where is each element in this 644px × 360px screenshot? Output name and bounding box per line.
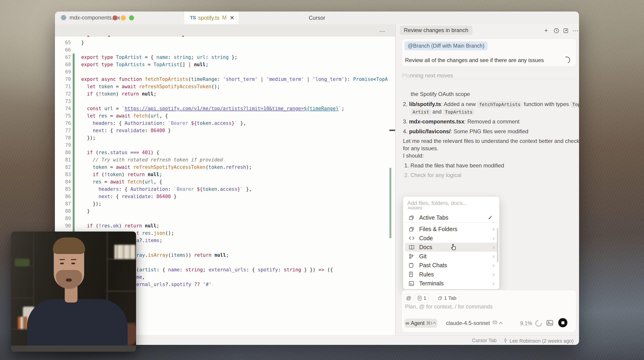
file-context-chip[interactable]: 1 [415,294,429,302]
line-number: 71 [55,83,71,90]
agent-mode-selector[interactable]: ∞ Agent ⌘I [404,318,437,328]
rules-icon [409,272,414,277]
line-number: 67 [55,54,71,61]
editor-more-actions-icon[interactable]: ⋯ [379,28,386,35]
line-number: 90 [55,222,71,230]
line-number: 78 [55,134,71,141]
model-selector[interactable]: claude-4.5-sonnet [446,318,502,328]
stop-generation-button[interactable] [558,318,568,327]
dropdown-section-label: Added [408,207,422,210]
dropdown-search-input[interactable]: Add files, folders, docs... [407,200,467,206]
chat-content-line-8: I should: [403,152,424,159]
code-line-88: 88 } [55,208,395,215]
line-number: 65 [55,39,71,46]
chevron-right-icon: › [492,280,495,287]
code-line-74: 74 const url = `https://api.spotify.com/… [55,105,395,112]
code-line-79: 79 [55,141,395,149]
user-prompt: Review all of the changes and see if the… [405,57,544,63]
desk-edge [11,345,136,352]
book-icon [409,245,414,250]
code-line-73: 73 [55,98,395,105]
code-line-89: 89 [55,215,395,222]
chevron-right-icon: › [492,244,495,251]
menu-item-past-chats[interactable]: Past Chats› [405,261,498,270]
chat-content-line-7: for any issues. [403,145,438,152]
menu-item-git[interactable]: Git› [405,252,498,261]
more-icon[interactable]: ⋯ [572,27,578,34]
history-icon[interactable] [554,28,560,35]
close-tab-icon[interactable]: ✕ [230,15,234,21]
plant [15,259,30,266]
code-line-90: 90 if (!res.ok) return null; [55,222,395,230]
chat-content-line-10: 2. Check for any logical [404,172,461,178]
person-hair [53,238,85,254]
code-line-75: 75 let res = await fetch(url, { [55,112,395,120]
menu-item-rules[interactable]: Rules› [405,270,498,279]
chevron-up-icon [433,322,436,325]
editor-tabbar [55,24,395,37]
tab-context-chip[interactable]: 1 Tab [435,294,459,302]
tab-spotify-active[interactable]: TS spotify.ts M ✕ [184,12,239,24]
line-number: 85 [55,186,71,193]
composer-placeholder[interactable]: Plan, @ for context, / for commands [405,303,492,310]
export-icon[interactable] [563,28,569,35]
line-number: 77 [55,127,71,134]
file-icon [418,296,422,301]
line-number: 74 [55,105,71,112]
line-number: 79 [55,141,71,149]
chat-content-line-9: 1. Read the files that have been modifie… [404,162,504,169]
tab-mdx-components[interactable]: mdx-components.tsx [55,12,184,24]
tabs-icon [438,296,442,300]
chat-content-line-1: the Spotify OAuth scope [411,91,470,97]
line-number: 69 [55,68,71,76]
line-number: 83 [55,171,71,178]
add-context-button[interactable]: @ [404,294,413,302]
content-divider [402,79,576,79]
user-message-card: @Branch (Diff with Main Branch) Review a… [402,39,576,67]
webcam-overlay [11,232,136,352]
code-line-77: 77 next: { revalidate: 86400 } [55,127,395,134]
chevron-up-icon [499,322,503,325]
image-attach-icon[interactable] [546,320,553,327]
typescript-icon: TS [190,15,196,20]
line-number: 81 [55,156,71,163]
line-number: 70 [55,76,71,83]
line-number: 82 [55,163,71,171]
branch-context-chip[interactable]: @Branch (Diff with Main Branch) [404,42,488,50]
code-line-86: 86 next: { revalidate: 86400 } [55,193,395,200]
agent-status: Planning next moves [402,72,453,79]
chevron-right-icon: › [492,262,495,269]
context-dropdown: Add files, folders, docs... Added Active… [403,197,500,289]
line-number: 73 [55,98,71,105]
code-line-66: 66 [55,46,395,54]
inline-code-chip: fetchTopArtists [477,101,522,108]
new-chat-plus-icon[interactable]: + [544,27,548,34]
code-line-82: 82 token = await refreshSpotifyAccessTok… [55,163,395,171]
git-blame-status[interactable]: Lee Robinson (2 weeks ago) [503,337,574,344]
line-number: 66 [55,46,71,54]
line-number: 86 [55,193,71,200]
cursor-tab-status[interactable]: Cursor Tab [472,337,496,343]
books [114,245,136,259]
chat-title[interactable]: Review changes in branch [400,26,472,35]
copy-icon [409,227,414,232]
code-line-70: 70export async function fetchTopArtists(… [55,76,395,83]
chat-content-line-4: 3. mdx-components.tsx: Removed a comment [403,118,520,125]
menu-item-active-tabs[interactable]: Active Tabs✓ [405,213,498,222]
code-line-71: 71 let token = await refreshSpotifyAcces… [55,83,395,90]
dropdown-scrollbar[interactable] [497,228,498,262]
dropdown-divider [405,222,498,223]
code-line-68: 68export type TopArtists = TopArtist[] |… [55,61,395,68]
code-line-76: 76 headers: { Authorization: `Bearer ${t… [55,120,395,127]
menu-item-files-folders[interactable]: Files & Folders› [405,225,498,234]
menu-item-code[interactable]: Code› [405,234,498,243]
loading-spinner-icon [562,56,571,64]
overview-ruler-mark [389,130,395,131]
hand-cursor-icon [450,243,458,251]
line-number: 75 [55,112,71,120]
code-line-87: 87 }); [55,200,395,208]
menu-item-terminals[interactable]: Terminals› [405,279,498,288]
line-number: 88 [55,208,71,215]
chat-composer[interactable]: @ 1 1 Tab Plan, @ for context, / for com… [402,290,576,332]
code-line-65: 65} [55,39,395,46]
